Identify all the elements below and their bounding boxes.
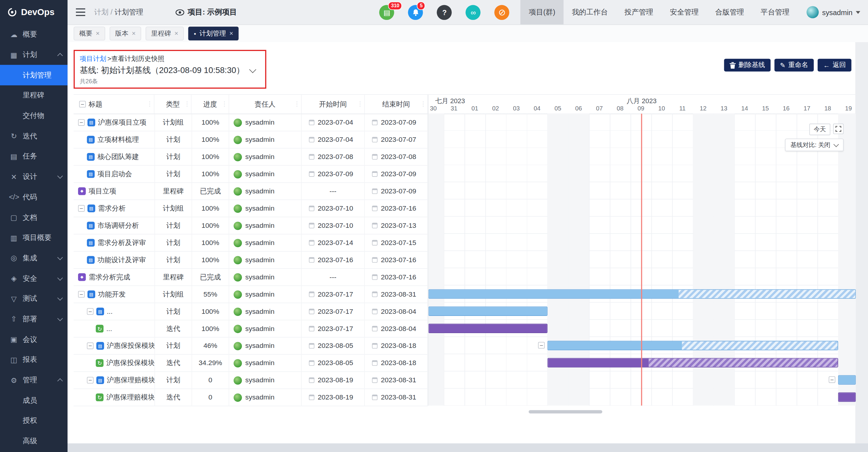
table-row[interactable]: −▤沪惠保理赔模块计划0sysadmin2023-08-192023-08-31 — [73, 372, 428, 389]
row-title: ... — [107, 308, 113, 315]
collapse-icon[interactable]: − — [829, 376, 835, 383]
gantt-bar[interactable] — [429, 307, 548, 316]
collapse-icon[interactable]: − — [87, 377, 93, 384]
sidebar-item-test[interactable]: ▽测试 — [0, 289, 67, 309]
table-row[interactable]: ↻...迭代100%sysadmin2023-07-172023-08-04 — [73, 320, 428, 338]
fullscreen-button[interactable] — [833, 124, 844, 134]
column-header[interactable]: 类型 — [154, 95, 192, 113]
collapse-icon[interactable]: − — [78, 119, 85, 126]
table-row[interactable]: ◆需求分析完成里程碑已完成sysadmin---2023-07-16 — [73, 269, 428, 286]
nav-item-project-group[interactable]: 项目(群) — [521, 0, 564, 24]
table-row[interactable]: ◆项目立项里程碑已完成sysadmin---2023-07-09 — [73, 183, 428, 200]
breadcrumb-page[interactable]: 计划管理 — [115, 8, 144, 16]
column-header[interactable]: 责任人 — [229, 95, 302, 113]
table-row[interactable]: ▤项目启动会计划100%sysadmin2023-07-092023-07-09 — [73, 166, 428, 183]
notifications-icon[interactable]: 5 — [408, 5, 423, 20]
sidebar-item-security[interactable]: ◈安全 — [0, 268, 67, 288]
collapse-icon[interactable]: − — [87, 342, 93, 349]
column-header[interactable]: 进度 — [192, 95, 229, 113]
close-icon[interactable]: × — [132, 29, 135, 37]
gantt-bar[interactable] — [429, 324, 548, 333]
baseline-selector[interactable]: 基线: 初始计划基线（2023-08-09 10:58:30） — [80, 65, 255, 76]
snapshot-breadcrumb: 项目计划>查看计划历史快照 — [80, 54, 164, 64]
collapse-icon[interactable]: − — [87, 308, 93, 315]
delete-baseline-button[interactable]: 删除基线 — [724, 59, 770, 72]
tab-overview[interactable]: 概要× — [73, 26, 105, 40]
sidebar-item-meeting[interactable]: ▣会议 — [0, 330, 67, 350]
type-cell: 计划 — [155, 252, 192, 268]
baseline-compare-toggle[interactable]: 基线对比: 关闭 — [785, 139, 844, 151]
block-icon[interactable]: ⊘ — [495, 5, 510, 20]
table-row[interactable]: ▤市场调研分析计划100%sysadmin2023-07-102023-07-1… — [73, 217, 428, 234]
bell-badge: 5 — [417, 1, 426, 10]
help-icon[interactable]: ? — [437, 5, 452, 20]
sidebar-item-design[interactable]: ✕设计 — [0, 167, 67, 187]
gantt-bar[interactable] — [548, 358, 838, 368]
table-row[interactable]: ↻沪惠保投保模块迭代34.29%sysadmin2023-08-052023-0… — [73, 355, 428, 372]
notes-icon[interactable]: ▤ 310 — [379, 5, 395, 20]
table-row[interactable]: ▤立项材料梳理计划100%sysadmin2023-07-042023-07-0… — [73, 131, 428, 148]
owner-avatar — [234, 136, 242, 144]
sidebar-item-deliverables[interactable]: 交付物 — [0, 106, 67, 126]
table-row[interactable]: ↻沪惠保理赔模块迭代0sysadmin2023-08-192023-08-31 — [73, 389, 428, 406]
column-header[interactable]: 结束时间 — [365, 95, 428, 113]
collapse-icon[interactable]: − — [78, 291, 85, 298]
table-row[interactable]: ▤需求分析及评审计划100%sysadmin2023-07-142023-07-… — [73, 234, 428, 252]
column-header[interactable]: 开始时间 — [302, 95, 365, 113]
sidebar-item-code[interactable]: </>代码 — [0, 187, 67, 207]
gantt-bar[interactable] — [548, 341, 838, 350]
tab-milestone[interactable]: 里程碑× — [146, 26, 184, 40]
horizontal-scrollbar[interactable] — [529, 410, 602, 414]
sidebar-item-deploy[interactable]: ⇧部署 — [0, 309, 67, 329]
table-row[interactable]: ▤核心团队筹建计划100%sysadmin2023-07-082023-07-0… — [73, 148, 428, 166]
user-menu[interactable]: sysadmin — [798, 6, 868, 18]
back-button[interactable]: ← 返回 — [818, 59, 851, 72]
table-row[interactable]: −▤沪惠保投保模块计划46%sysadmin2023-08-052023-08-… — [73, 338, 428, 355]
close-icon[interactable]: × — [96, 29, 100, 37]
sidebar-item-report[interactable]: ◫报表 — [0, 350, 67, 370]
table-row[interactable]: ▤功能设计及评审计划100%sysadmin2023-07-162023-07-… — [73, 252, 428, 269]
tab-version[interactable]: 版本× — [110, 26, 141, 40]
nav-item-production-mgmt[interactable]: 投产管理 — [616, 0, 661, 24]
sidebar-item-overview[interactable]: ☁概要 — [0, 24, 67, 45]
sidebar-item-authorization[interactable]: 授权 — [0, 411, 67, 431]
sidebar-item-integration[interactable]: ◎集成 — [0, 248, 67, 268]
table-row[interactable]: −▤需求分析计划组100%sysadmin2023-07-102023-07-1… — [73, 200, 428, 217]
gantt-bar[interactable] — [838, 375, 856, 385]
collapse-icon[interactable]: − — [78, 205, 85, 212]
nav-item-security-mgmt[interactable]: 安全管理 — [661, 0, 707, 24]
project-plan-link[interactable]: 项目计划 — [80, 55, 106, 63]
tab-plan-management[interactable]: ●计划管理× — [188, 26, 239, 40]
menu-toggle-icon[interactable] — [76, 8, 85, 16]
project-selector[interactable]: 项目: 示例项目 — [176, 7, 237, 17]
nav-item-my-workspace[interactable]: 我的工作台 — [564, 0, 616, 24]
sidebar-item-task[interactable]: ▤任务 — [0, 146, 67, 167]
gantt-bar[interactable] — [429, 289, 856, 299]
start-date: 2023-07-04 — [318, 136, 353, 144]
sidebar-item-project-summary[interactable]: ▥项目概要 — [0, 228, 67, 248]
active-tab-dot: ● — [194, 31, 196, 35]
sidebar-item-plan[interactable]: ▦计划 — [0, 45, 67, 65]
table-row[interactable]: −▤功能开发计划组55%sysadmin2023-07-172023-08-31 — [73, 286, 428, 303]
sidebar-item-plan-management[interactable]: 计划管理 — [0, 65, 67, 85]
sidebar-item-advanced[interactable]: 高级 — [0, 431, 67, 451]
collapse-all-icon[interactable]: − — [79, 101, 86, 107]
gantt-bar[interactable] — [838, 392, 856, 402]
sidebar-item-iteration[interactable]: ↻迭代 — [0, 126, 67, 146]
close-icon[interactable]: × — [175, 29, 179, 37]
sidebar-item-milestone[interactable]: 里程碑 — [0, 85, 67, 106]
sidebar-item-management[interactable]: ⚙管理 — [0, 370, 67, 390]
table-row[interactable]: −▤...计划100%sysadmin2023-07-172023-08-04 — [73, 303, 428, 320]
table-row[interactable]: −▤沪惠保项目立项计划组100%sysadmin2023-07-042023-0… — [73, 114, 428, 131]
link-icon[interactable]: ∞ — [466, 5, 481, 20]
close-icon[interactable]: × — [229, 29, 233, 37]
column-header[interactable]: −标题 — [73, 95, 154, 113]
collapse-icon[interactable]: − — [538, 342, 545, 348]
breadcrumb-section[interactable]: 计划 — [94, 8, 108, 16]
sidebar-item-members[interactable]: 成员 — [0, 391, 67, 411]
rename-button[interactable]: ✎ 重命名 — [774, 59, 814, 72]
sidebar-item-docs[interactable]: ▢文档 — [0, 207, 67, 227]
nav-item-platform-mgmt[interactable]: 平台管理 — [752, 0, 798, 24]
today-button[interactable]: 今天 — [809, 124, 830, 136]
nav-item-version-merge-mgmt[interactable]: 合版管理 — [707, 0, 752, 24]
